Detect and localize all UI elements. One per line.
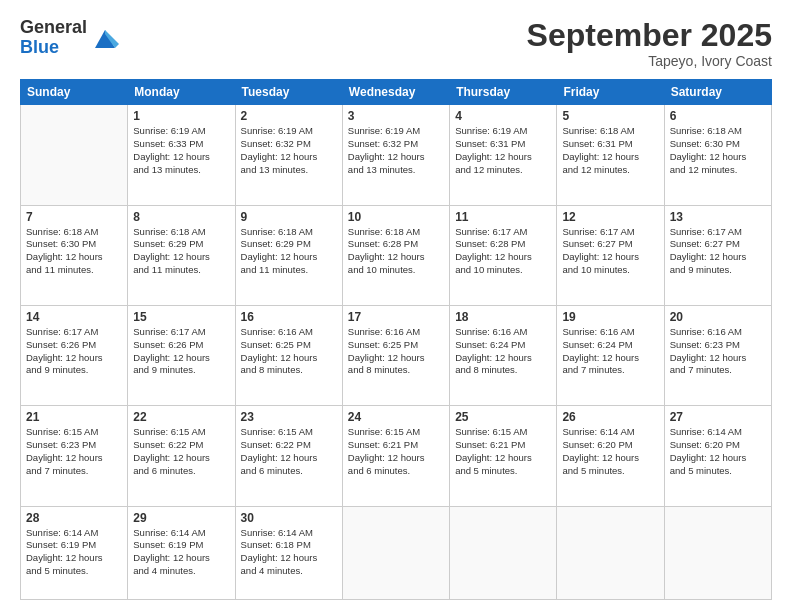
day-cell: 7Sunrise: 6:18 AM Sunset: 6:30 PM Daylig… bbox=[21, 205, 128, 305]
day-info: Sunrise: 6:16 AM Sunset: 6:25 PM Dayligh… bbox=[348, 326, 444, 377]
day-info: Sunrise: 6:18 AM Sunset: 6:31 PM Dayligh… bbox=[562, 125, 658, 176]
day-cell: 24Sunrise: 6:15 AM Sunset: 6:21 PM Dayli… bbox=[342, 406, 449, 506]
logo-icon bbox=[91, 24, 119, 52]
calendar-table: Sunday Monday Tuesday Wednesday Thursday… bbox=[20, 79, 772, 600]
day-cell: 25Sunrise: 6:15 AM Sunset: 6:21 PM Dayli… bbox=[450, 406, 557, 506]
day-info: Sunrise: 6:14 AM Sunset: 6:19 PM Dayligh… bbox=[26, 527, 122, 578]
day-info: Sunrise: 6:14 AM Sunset: 6:18 PM Dayligh… bbox=[241, 527, 337, 578]
day-cell: 23Sunrise: 6:15 AM Sunset: 6:22 PM Dayli… bbox=[235, 406, 342, 506]
calendar-body: 1Sunrise: 6:19 AM Sunset: 6:33 PM Daylig… bbox=[21, 105, 772, 600]
day-cell bbox=[21, 105, 128, 205]
week-row-3: 14Sunrise: 6:17 AM Sunset: 6:26 PM Dayli… bbox=[21, 305, 772, 405]
header: General Blue September 2025 Tapeyo, Ivor… bbox=[20, 18, 772, 69]
day-number: 28 bbox=[26, 511, 122, 525]
day-info: Sunrise: 6:15 AM Sunset: 6:21 PM Dayligh… bbox=[455, 426, 551, 477]
day-cell: 14Sunrise: 6:17 AM Sunset: 6:26 PM Dayli… bbox=[21, 305, 128, 405]
logo-blue: Blue bbox=[20, 38, 87, 58]
day-info: Sunrise: 6:15 AM Sunset: 6:22 PM Dayligh… bbox=[241, 426, 337, 477]
day-cell: 26Sunrise: 6:14 AM Sunset: 6:20 PM Dayli… bbox=[557, 406, 664, 506]
day-number: 24 bbox=[348, 410, 444, 424]
day-cell: 6Sunrise: 6:18 AM Sunset: 6:30 PM Daylig… bbox=[664, 105, 771, 205]
week-row-5: 28Sunrise: 6:14 AM Sunset: 6:19 PM Dayli… bbox=[21, 506, 772, 599]
day-info: Sunrise: 6:15 AM Sunset: 6:21 PM Dayligh… bbox=[348, 426, 444, 477]
day-number: 22 bbox=[133, 410, 229, 424]
day-info: Sunrise: 6:17 AM Sunset: 6:28 PM Dayligh… bbox=[455, 226, 551, 277]
day-cell: 21Sunrise: 6:15 AM Sunset: 6:23 PM Dayli… bbox=[21, 406, 128, 506]
day-number: 5 bbox=[562, 109, 658, 123]
header-sunday: Sunday bbox=[21, 80, 128, 105]
day-info: Sunrise: 6:17 AM Sunset: 6:27 PM Dayligh… bbox=[562, 226, 658, 277]
day-cell: 30Sunrise: 6:14 AM Sunset: 6:18 PM Dayli… bbox=[235, 506, 342, 599]
day-cell: 22Sunrise: 6:15 AM Sunset: 6:22 PM Dayli… bbox=[128, 406, 235, 506]
page: General Blue September 2025 Tapeyo, Ivor… bbox=[0, 0, 792, 612]
day-number: 12 bbox=[562, 210, 658, 224]
day-number: 26 bbox=[562, 410, 658, 424]
day-info: Sunrise: 6:18 AM Sunset: 6:28 PM Dayligh… bbox=[348, 226, 444, 277]
day-info: Sunrise: 6:19 AM Sunset: 6:32 PM Dayligh… bbox=[241, 125, 337, 176]
subtitle: Tapeyo, Ivory Coast bbox=[527, 53, 772, 69]
day-cell: 5Sunrise: 6:18 AM Sunset: 6:31 PM Daylig… bbox=[557, 105, 664, 205]
day-info: Sunrise: 6:19 AM Sunset: 6:31 PM Dayligh… bbox=[455, 125, 551, 176]
day-info: Sunrise: 6:17 AM Sunset: 6:26 PM Dayligh… bbox=[26, 326, 122, 377]
day-cell bbox=[557, 506, 664, 599]
day-cell: 9Sunrise: 6:18 AM Sunset: 6:29 PM Daylig… bbox=[235, 205, 342, 305]
day-number: 11 bbox=[455, 210, 551, 224]
day-number: 27 bbox=[670, 410, 766, 424]
day-number: 7 bbox=[26, 210, 122, 224]
day-number: 20 bbox=[670, 310, 766, 324]
day-info: Sunrise: 6:15 AM Sunset: 6:22 PM Dayligh… bbox=[133, 426, 229, 477]
week-row-4: 21Sunrise: 6:15 AM Sunset: 6:23 PM Dayli… bbox=[21, 406, 772, 506]
header-wednesday: Wednesday bbox=[342, 80, 449, 105]
day-number: 10 bbox=[348, 210, 444, 224]
day-number: 19 bbox=[562, 310, 658, 324]
day-cell: 15Sunrise: 6:17 AM Sunset: 6:26 PM Dayli… bbox=[128, 305, 235, 405]
header-friday: Friday bbox=[557, 80, 664, 105]
day-cell bbox=[664, 506, 771, 599]
day-number: 21 bbox=[26, 410, 122, 424]
day-number: 9 bbox=[241, 210, 337, 224]
day-cell: 11Sunrise: 6:17 AM Sunset: 6:28 PM Dayli… bbox=[450, 205, 557, 305]
day-cell: 13Sunrise: 6:17 AM Sunset: 6:27 PM Dayli… bbox=[664, 205, 771, 305]
day-info: Sunrise: 6:14 AM Sunset: 6:20 PM Dayligh… bbox=[670, 426, 766, 477]
day-cell: 12Sunrise: 6:17 AM Sunset: 6:27 PM Dayli… bbox=[557, 205, 664, 305]
day-info: Sunrise: 6:19 AM Sunset: 6:32 PM Dayligh… bbox=[348, 125, 444, 176]
week-row-1: 1Sunrise: 6:19 AM Sunset: 6:33 PM Daylig… bbox=[21, 105, 772, 205]
day-number: 6 bbox=[670, 109, 766, 123]
day-info: Sunrise: 6:16 AM Sunset: 6:24 PM Dayligh… bbox=[562, 326, 658, 377]
day-cell: 1Sunrise: 6:19 AM Sunset: 6:33 PM Daylig… bbox=[128, 105, 235, 205]
day-number: 1 bbox=[133, 109, 229, 123]
day-cell: 16Sunrise: 6:16 AM Sunset: 6:25 PM Dayli… bbox=[235, 305, 342, 405]
day-cell bbox=[450, 506, 557, 599]
day-cell: 27Sunrise: 6:14 AM Sunset: 6:20 PM Dayli… bbox=[664, 406, 771, 506]
day-cell: 3Sunrise: 6:19 AM Sunset: 6:32 PM Daylig… bbox=[342, 105, 449, 205]
day-number: 14 bbox=[26, 310, 122, 324]
title-block: September 2025 Tapeyo, Ivory Coast bbox=[527, 18, 772, 69]
header-monday: Monday bbox=[128, 80, 235, 105]
day-cell: 4Sunrise: 6:19 AM Sunset: 6:31 PM Daylig… bbox=[450, 105, 557, 205]
logo-text: General Blue bbox=[20, 18, 87, 58]
day-number: 18 bbox=[455, 310, 551, 324]
header-tuesday: Tuesday bbox=[235, 80, 342, 105]
day-info: Sunrise: 6:14 AM Sunset: 6:19 PM Dayligh… bbox=[133, 527, 229, 578]
day-info: Sunrise: 6:18 AM Sunset: 6:29 PM Dayligh… bbox=[241, 226, 337, 277]
day-info: Sunrise: 6:17 AM Sunset: 6:27 PM Dayligh… bbox=[670, 226, 766, 277]
day-number: 17 bbox=[348, 310, 444, 324]
day-info: Sunrise: 6:18 AM Sunset: 6:30 PM Dayligh… bbox=[26, 226, 122, 277]
header-row: Sunday Monday Tuesday Wednesday Thursday… bbox=[21, 80, 772, 105]
day-info: Sunrise: 6:15 AM Sunset: 6:23 PM Dayligh… bbox=[26, 426, 122, 477]
day-info: Sunrise: 6:19 AM Sunset: 6:33 PM Dayligh… bbox=[133, 125, 229, 176]
day-cell: 10Sunrise: 6:18 AM Sunset: 6:28 PM Dayli… bbox=[342, 205, 449, 305]
day-info: Sunrise: 6:14 AM Sunset: 6:20 PM Dayligh… bbox=[562, 426, 658, 477]
day-info: Sunrise: 6:16 AM Sunset: 6:25 PM Dayligh… bbox=[241, 326, 337, 377]
calendar-header: Sunday Monday Tuesday Wednesday Thursday… bbox=[21, 80, 772, 105]
day-cell: 17Sunrise: 6:16 AM Sunset: 6:25 PM Dayli… bbox=[342, 305, 449, 405]
day-number: 13 bbox=[670, 210, 766, 224]
day-cell: 2Sunrise: 6:19 AM Sunset: 6:32 PM Daylig… bbox=[235, 105, 342, 205]
day-info: Sunrise: 6:16 AM Sunset: 6:23 PM Dayligh… bbox=[670, 326, 766, 377]
day-number: 2 bbox=[241, 109, 337, 123]
day-number: 16 bbox=[241, 310, 337, 324]
day-info: Sunrise: 6:18 AM Sunset: 6:30 PM Dayligh… bbox=[670, 125, 766, 176]
month-title: September 2025 bbox=[527, 18, 772, 53]
day-info: Sunrise: 6:17 AM Sunset: 6:26 PM Dayligh… bbox=[133, 326, 229, 377]
day-number: 8 bbox=[133, 210, 229, 224]
